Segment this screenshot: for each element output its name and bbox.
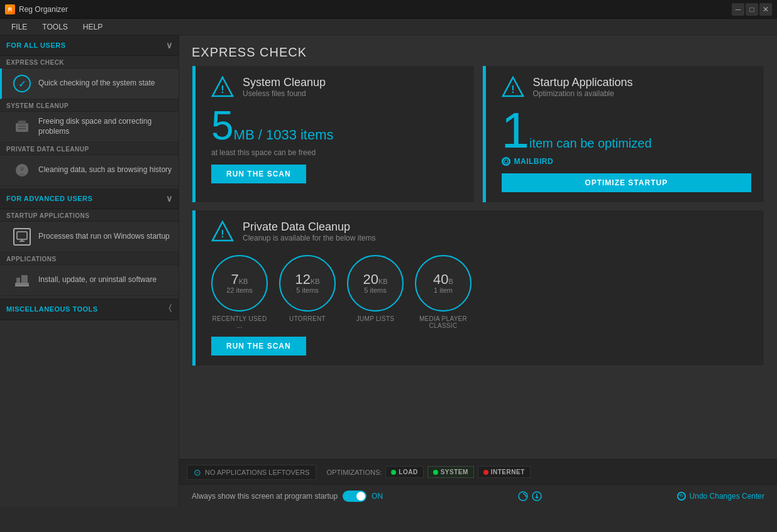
svg-rect-12 [15,285,29,286]
card1-big-number: 5MB / 1033 items [205,108,461,144]
private-data-scan-button[interactable]: RUN THE SCAN [211,337,306,356]
optimize-startup-button[interactable]: OPTIMIZE STARTUP [502,173,752,192]
svg-rect-11 [21,275,28,283]
sidebar-item-private-data[interactable]: Cleaning data, such as browsing history [0,155,179,186]
chevron-down-icon-advanced: ∨ [166,193,173,204]
internet-btn-label: INTERNET [491,469,525,475]
page-title: EXPRESS CHECK [179,35,777,66]
menu-help[interactable]: HELP [77,21,109,33]
card-accent-3 [192,210,196,366]
download-icon[interactable] [531,491,543,502]
card2-num: 1 [502,102,530,158]
menubar: FILE TOOLS HELP [0,19,777,35]
optimizations-label: OPTIMIZATIONS: [326,469,382,476]
chevron-down-icon: ∨ [166,40,173,50]
refresh-icon[interactable] [517,491,529,502]
card1-desc: at least this space can be freed [205,148,461,157]
sidebar-group-all-users[interactable]: FOR ALL USERS ∨ [0,35,179,56]
sidebar-group-misc[interactable]: MISCELLANEOUS TOOLS 〈 [0,298,179,320]
warning-triangle-icon-2: ! [502,76,524,102]
sidebar-item-express-check[interactable]: ✓ Quick checking of the system state [0,68,179,99]
card2-app-name: MAILBIRD [514,157,554,166]
circle-label-1: UTORRENT [289,315,326,322]
cards-area: ! System Cleanup Useless files found 5MB… [179,66,777,459]
card-accent-2 [483,66,486,202]
internet-opt-button[interactable]: INTERNET [478,466,531,478]
circle-item-1: 12KB 5 items UTORRENT [279,255,336,322]
system-cleanup-icon [12,117,32,137]
circle-label-3: MEDIA PLAYER CLASSIC [415,315,471,329]
toggle-state: ON [372,492,383,501]
always-show-toggle-row: Always show this screen at program start… [192,491,383,502]
circles-row: 7KB 22 items RECENTLY USED ... 12KB 5 it… [205,255,751,329]
system-cleanup-scan-button[interactable]: RUN THE SCAN [211,165,306,183]
sidebar-item-applications[interactable]: Install, update, or uninstall software [0,265,179,296]
titlebar: R Reg Organizer ─ □ ✕ [0,0,777,19]
sidebar-section-applications: APPLICATIONS [0,252,179,265]
bottom-icons [517,491,543,502]
sidebar-section-private-data: PRIVATE DATA CLEANUP [0,143,179,155]
card3-title-block: Private Data Cleanup Cleanup is availabl… [243,220,375,242]
system-cleanup-card: ! System Cleanup Useless files found 5MB… [192,66,475,203]
toggle-label: Always show this screen at program start… [192,492,338,501]
svg-point-5 [20,167,24,171]
card2-header: ! Startup Applications Optimization is a… [495,76,752,102]
card3-header: ! Private Data Cleanup Cleanup is availa… [205,220,751,246]
always-show-toggle[interactable] [343,491,366,502]
card2-big-number: 1item can be optimized [495,108,752,153]
private-data-card: ! Private Data Cleanup Cleanup is availa… [192,210,764,366]
card1-title: System Cleanup [243,76,326,89]
svg-marker-22 [526,495,527,497]
system-opt-button[interactable]: SYSTEM [427,466,474,478]
system-dot-icon [433,470,438,475]
circle-recently-used: 7KB 22 items [211,255,268,312]
svg-rect-10 [16,278,20,283]
load-opt-button[interactable]: LOAD [385,466,423,478]
sidebar-item-system-cleanup[interactable]: Freeing disk space and correcting proble… [0,112,179,143]
applications-icon [12,270,32,290]
circle-media-player: 40B 1 item [415,255,471,312]
svg-point-17 [505,160,507,163]
card1-title-block: System Cleanup Useless files found [243,76,326,98]
express-check-icon: ✓ [12,73,32,94]
circle-item-2: 20KB 5 items JUMP LISTS [347,255,404,322]
internet-dot-icon [483,470,488,475]
no-leftovers-text: NO APPLICATIONS LEFTOVERS [205,469,309,476]
sidebar-group-advanced-users[interactable]: FOR ADVANCED USERS ∨ [0,188,179,209]
sidebar-item-startup[interactable]: Processes that run on Windows startup [0,222,179,252]
svg-text:!: ! [511,84,514,95]
svg-rect-9 [15,283,29,285]
circle-label-2: JUMP LISTS [356,315,395,322]
sidebar: FOR ALL USERS ∨ EXPRESS CHECK ✓ Quick ch… [0,35,179,507]
card3-subtitle: Cleanup is available for the below items [243,234,375,242]
app-icon: R [5,4,15,14]
check-circle-icon: ✓ [13,75,31,92]
undo-label: Undo Changes Center [690,492,764,501]
titlebar-buttons: ─ □ ✕ [732,3,772,16]
undo-changes-center[interactable]: ⟲ Undo Changes Center [677,492,764,501]
card1-num: 5 [211,103,234,148]
warning-triangle-icon-3: ! [211,220,234,246]
load-dot-icon [391,470,396,475]
card1-unit: MB / 1033 items [234,127,334,143]
sidebar-group-misc-label: MISCELLANEOUS TOOLS [6,305,98,313]
gear-icon [502,157,510,166]
svg-rect-1 [18,121,26,124]
express-check-text: Quick checking of the system state [38,79,155,89]
card2-mailbird: MAILBIRD [495,157,752,166]
load-btn-label: LOAD [399,469,417,475]
startup-text: Processes that run on Windows startup [38,232,170,242]
menu-tools[interactable]: TOOLS [36,21,74,33]
maximize-button[interactable]: □ [746,3,758,16]
menu-file[interactable]: FILE [5,21,33,33]
cards-row-1: ! System Cleanup Useless files found 5MB… [192,66,764,203]
svg-text:!: ! [221,229,224,239]
card2-unit: item can be optimized [529,136,652,150]
toggle-knob [356,492,365,501]
footer-bar: Always show this screen at program start… [179,484,777,507]
card-accent-1 [192,66,196,202]
startup-icon [12,227,32,247]
titlebar-left: R Reg Organizer [5,4,68,14]
minimize-button[interactable]: ─ [732,3,744,16]
close-button[interactable]: ✕ [759,3,772,16]
